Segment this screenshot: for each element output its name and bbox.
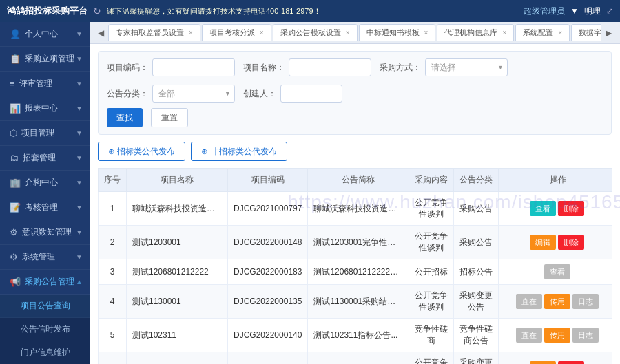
field-project-code: 项目编码： bbox=[107, 58, 235, 76]
input-project-code[interactable] bbox=[152, 58, 235, 76]
app-logo: 鸿鹄招投标采购平台 bbox=[7, 5, 87, 17]
sidebar-sub-notice-query[interactable]: 项目公告查询 bbox=[0, 295, 90, 318]
tab-close-review[interactable]: × bbox=[260, 29, 264, 36]
cell-content: 公开竞争性谈判 bbox=[409, 285, 454, 319]
action-btn-直在[interactable]: 直在 bbox=[516, 294, 542, 309]
input-creator[interactable] bbox=[280, 85, 342, 103]
reset-button[interactable]: 重置 bbox=[151, 108, 188, 127]
tab-award-template[interactable]: 中标通知书模板 × bbox=[359, 24, 436, 41]
tab-project-review[interactable]: 项目考核分派 × bbox=[202, 24, 271, 41]
cell-brief: 测试1130001采购结果变... ∨ bbox=[308, 285, 409, 319]
sidebar-label-training: 意识数知管理 bbox=[22, 226, 72, 238]
sidebar-sub-portal-maint[interactable]: 门户信息维护 bbox=[0, 341, 90, 364]
table-wrapper: 序号 项目名称 项目编码 公告简称 采购内容 公告分类 操作 1聊城沃森科技投资… bbox=[98, 168, 612, 364]
action-btn-直在[interactable]: 直在 bbox=[516, 328, 542, 343]
pubmgmt-icon: 📢 bbox=[10, 277, 21, 287]
sidebar-item-pubmgmt[interactable]: 📢 采购公告管理 ▲ bbox=[0, 270, 90, 295]
exam-icon: 📝 bbox=[10, 202, 21, 213]
cell-content: 竞争性磋商 bbox=[409, 319, 454, 352]
sidebar-label-exam: 考核管理 bbox=[25, 202, 58, 213]
label-project-code: 项目编码： bbox=[107, 62, 148, 74]
tab-data-dict[interactable]: 数据字典 × bbox=[571, 24, 601, 41]
tab-close-notice-tmpl[interactable]: × bbox=[346, 29, 350, 36]
sidebar-label-pubmgmt: 采购公告管理 bbox=[25, 276, 74, 288]
reports-icon: 📊 bbox=[10, 103, 21, 114]
cell-actions: 查看 bbox=[499, 259, 612, 285]
tab-agency-info[interactable]: 代理机构信息库 × bbox=[437, 24, 514, 41]
sidebar-item-bid[interactable]: 🗂 招套管理 ▼ bbox=[0, 146, 90, 171]
action-btn-查看[interactable]: 查看 bbox=[530, 201, 556, 216]
tab-label-notice-tmpl: 采购公告模板设置 bbox=[280, 28, 341, 38]
cell-name: test竞争性谈判5 bbox=[127, 352, 228, 365]
arrow-exam: ▼ bbox=[76, 204, 83, 211]
tab-arrow-left[interactable]: ◀ bbox=[94, 25, 108, 41]
sidebar-sub-notice-publish[interactable]: 公告信时发布 bbox=[0, 318, 90, 341]
tab-sys-config[interactable]: 系统配置 × bbox=[515, 24, 570, 41]
cell-category: 竞争性磋商公告 bbox=[454, 319, 499, 352]
sidebar-item-system[interactable]: ⚙ 系统管理 ▼ bbox=[0, 245, 90, 270]
action-btn-删除[interactable]: 删除 bbox=[558, 235, 584, 250]
bid-icon: 🗂 bbox=[10, 153, 19, 163]
select-notice-category[interactable]: 全部 采购公告 招标公告 bbox=[152, 85, 235, 103]
table-head: 序号 项目名称 项目编码 公告简称 采购内容 公告分类 操作 bbox=[99, 169, 612, 192]
label-notice-category: 公告分类： bbox=[107, 88, 148, 100]
cell-no: 6 bbox=[99, 352, 127, 365]
cell-brief-text: 聊城沃森科技投资造公司竞... bbox=[313, 203, 403, 215]
sidebar-item-project[interactable]: ⬡ 项目管理 ▼ bbox=[0, 121, 90, 146]
arrow-bid: ▼ bbox=[76, 154, 83, 162]
sidebar-item-reports[interactable]: 📊 报表中心 ▼ bbox=[0, 96, 90, 121]
cell-brief: 测试1206801212222栏示公告 bbox=[308, 259, 409, 285]
search-button[interactable]: 查找 bbox=[107, 108, 143, 127]
col-action: 操作 bbox=[499, 169, 612, 192]
tab-close-agency[interactable]: × bbox=[502, 29, 506, 36]
cell-code: DJCG2022000135 bbox=[228, 285, 308, 319]
cell-category: 采购变更公告 bbox=[454, 285, 499, 319]
cell-content: 公开竞争性谈判 bbox=[409, 352, 454, 365]
action-btn-删除[interactable]: 删除 bbox=[558, 201, 584, 216]
tab-nav: 专家抽取监督员设置 × 项目考核分派 × 采购公告模板设置 × 中标通知书模板 … bbox=[108, 24, 601, 41]
tab-close-sys-config[interactable]: × bbox=[558, 29, 562, 36]
sidebar-item-agency[interactable]: 🏢 介构中心 ▼ bbox=[0, 171, 90, 195]
sidebar-item-personal[interactable]: 👤 个人中心 ▼ bbox=[0, 22, 90, 47]
tab-notice-template[interactable]: 采购公告模板设置 × bbox=[273, 24, 358, 41]
refresh-icon[interactable]: ↻ bbox=[93, 6, 101, 17]
tab-expert-setup[interactable]: 专家抽取监督员设置 × bbox=[108, 24, 200, 41]
action-btn-编辑[interactable]: 编辑 bbox=[530, 361, 556, 364]
select-procurement-method[interactable]: 请选择 公开招标 竞争性谈判 bbox=[425, 58, 508, 76]
expand-icon[interactable]: ⤢ bbox=[606, 6, 613, 16]
cell-content: 公开招标 bbox=[409, 259, 454, 285]
input-project-name[interactable] bbox=[289, 58, 371, 76]
action-btn-编辑[interactable]: 编辑 bbox=[530, 235, 556, 250]
cell-name: 测试1130001 bbox=[127, 285, 228, 319]
cell-name: 测试1203001 bbox=[127, 226, 228, 259]
action-btn-删除[interactable]: 删除 bbox=[558, 361, 584, 364]
tab-close-award-tmpl[interactable]: × bbox=[424, 29, 428, 36]
tab-label-agency: 代理机构信息库 bbox=[444, 28, 497, 38]
cell-brief: 聊城沃森科技投资造公司竞... bbox=[308, 192, 409, 226]
tab-close-expert[interactable]: × bbox=[189, 29, 193, 36]
sidebar-item-exam[interactable]: 📝 考核管理 ▼ bbox=[0, 195, 90, 220]
sidebar-item-training[interactable]: ⚙ 意识数知管理 ▼ bbox=[0, 220, 90, 245]
main-table: 序号 项目名称 项目编码 公告简称 采购内容 公告分类 操作 1聊城沃森科技投资… bbox=[98, 168, 612, 364]
action-btn-查看[interactable]: 查看 bbox=[544, 264, 570, 279]
tab-arrow-right[interactable]: ▶ bbox=[601, 25, 616, 41]
arrow-review: ▼ bbox=[76, 80, 83, 87]
cell-brief: 测试1203001完争性谈判... bbox=[308, 226, 409, 259]
action-btn-传用[interactable]: 传用 bbox=[544, 328, 570, 343]
cell-name: 测试102311 bbox=[127, 319, 228, 352]
sidebar-item-procurement[interactable]: 📋 采购立项管理 ▼ bbox=[0, 47, 90, 72]
col-name: 项目名称 bbox=[127, 169, 228, 192]
publish-btn-2[interactable]: ⊕ 非招标类公代发布 bbox=[191, 142, 287, 161]
publish-btn-1[interactable]: ⊕ 招标类公代发布 bbox=[98, 142, 185, 161]
table-row: 3测试1206801212222DJCG2022000183测试12068012… bbox=[99, 259, 612, 285]
sidebar-item-review[interactable]: ≡ 评审管理 ▼ bbox=[0, 72, 90, 96]
sidebar-label-agency: 介构中心 bbox=[25, 177, 58, 189]
table-row: 1聊城沃森科技投资造公司竞...DJCG2021000797聊城沃森科技投资造公… bbox=[99, 192, 612, 226]
cell-name-text: 测试102311 bbox=[132, 330, 222, 341]
action-btn-日志[interactable]: 日志 bbox=[572, 294, 599, 309]
action-btn-传用[interactable]: 传用 bbox=[544, 294, 570, 309]
field-notice-category: 公告分类： 全部 采购公告 招标公告 ▼ bbox=[107, 85, 235, 103]
search-row-2: 查找 重置 bbox=[107, 108, 603, 127]
main-layout: 👤 个人中心 ▼ 📋 采购立项管理 ▼ ≡ 评审管理 ▼ 📊 报表中心 ▼ bbox=[0, 22, 620, 364]
action-btn-日志[interactable]: 日志 bbox=[572, 328, 599, 343]
